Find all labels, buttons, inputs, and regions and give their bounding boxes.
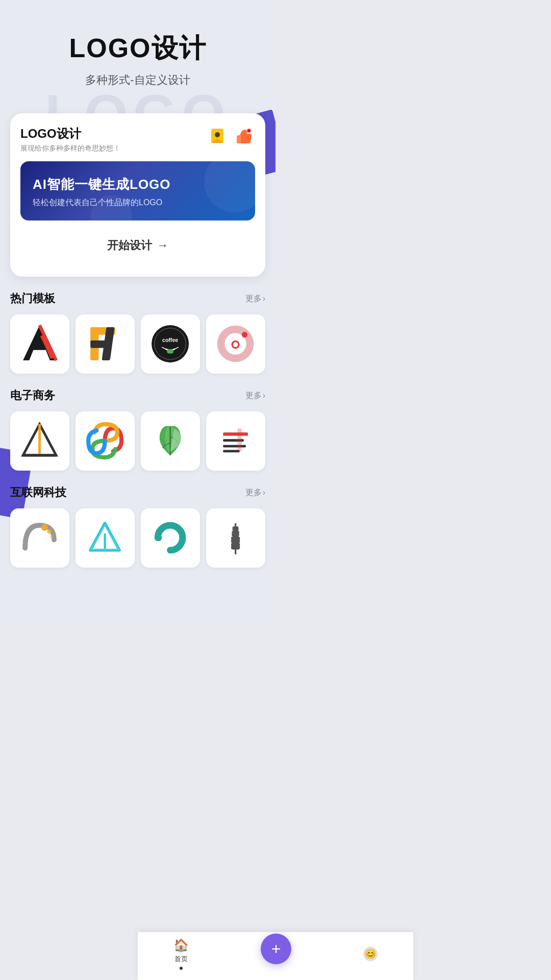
svg-point-19 [233, 342, 238, 348]
svg-point-2 [215, 132, 220, 137]
header-section: LOGO设计 多种形式-自定义设计 [0, 0, 276, 98]
logo-item-a[interactable] [10, 314, 69, 374]
card-title-block: LOGO设计 展现给你多种多样的奇思妙想！ [20, 126, 120, 153]
logo-item-f[interactable] [76, 314, 135, 374]
logo-item-triangle2[interactable] [76, 508, 135, 568]
logo-item-lines[interactable] [206, 411, 265, 471]
ai-banner-desc: 轻松创建代表自己个性品牌的LOGO [33, 198, 243, 208]
main-card: LOGO设计 展现给你多种多样的奇思妙想！ [10, 113, 265, 277]
hot-more-link[interactable]: 更多 › [245, 293, 265, 304]
svg-text:coffee: coffee [162, 337, 178, 344]
svg-point-36 [156, 535, 162, 542]
svg-rect-25 [223, 433, 248, 436]
internet-section: 互联网科技 更多 › [0, 485, 276, 568]
ecommerce-section: 电子商务 更多 › [0, 388, 276, 471]
card-title: LOGO设计 [20, 126, 120, 142]
svg-point-31 [47, 529, 53, 534]
ai-banner-title: AI智能一键生成LOGO [33, 176, 243, 193]
svg-rect-27 [223, 445, 246, 448]
svg-rect-29 [238, 429, 242, 452]
svg-point-5 [248, 130, 250, 132]
svg-point-32 [51, 535, 54, 538]
start-design-button[interactable]: 开始设计 → [20, 229, 255, 262]
hot-section: 热门模板 更多 › [0, 291, 276, 374]
internet-title: 互联网科技 [10, 485, 66, 500]
badge-icon[interactable] [206, 126, 229, 148]
logo-item-circle-teal[interactable] [141, 508, 200, 568]
start-btn-arrow: → [157, 239, 168, 252]
svg-point-20 [242, 332, 247, 337]
ai-banner: AI智能一键生成LOGO 轻松创建代表自己个性品牌的LOGO [20, 161, 255, 220]
card-icons [206, 126, 255, 148]
svg-rect-28 [223, 450, 240, 453]
card-header: LOGO设计 展现给你多种多样的奇思妙想！ [20, 126, 255, 153]
main-title: LOGO设计 [10, 31, 265, 66]
start-btn-label: 开始设计 [107, 238, 152, 253]
ecommerce-more-link[interactable]: 更多 › [245, 390, 265, 401]
logo-item-leaf[interactable] [141, 411, 200, 471]
hot-logo-grid: coffee [10, 314, 265, 374]
logo-item-triangle[interactable] [10, 411, 69, 471]
svg-point-30 [41, 524, 48, 531]
logo-item-spiral[interactable] [76, 411, 135, 471]
ecommerce-title: 电子商务 [10, 388, 55, 403]
internet-section-header: 互联网科技 更多 › [10, 485, 265, 500]
internet-more-link[interactable]: 更多 › [245, 487, 265, 498]
hot-section-header: 热门模板 更多 › [10, 291, 265, 306]
logo-item-coffee[interactable]: coffee [141, 314, 200, 374]
svg-point-13 [152, 325, 189, 362]
logo-item-circle-u[interactable] [206, 314, 265, 374]
card-subtitle: 展现给你多种多样的奇思妙想！ [20, 144, 120, 153]
svg-rect-3 [237, 135, 241, 143]
sub-title: 多种形式-自定义设计 [10, 72, 265, 88]
hot-title: 热门模板 [10, 291, 55, 306]
logo-item-wheat[interactable] [206, 508, 265, 568]
ecommerce-section-header: 电子商务 更多 › [10, 388, 265, 403]
logo-item-arc-dots[interactable] [10, 508, 69, 568]
ecommerce-logo-grid [10, 411, 265, 471]
internet-logo-grid [10, 508, 265, 568]
thumbs-up-icon[interactable] [233, 126, 255, 148]
